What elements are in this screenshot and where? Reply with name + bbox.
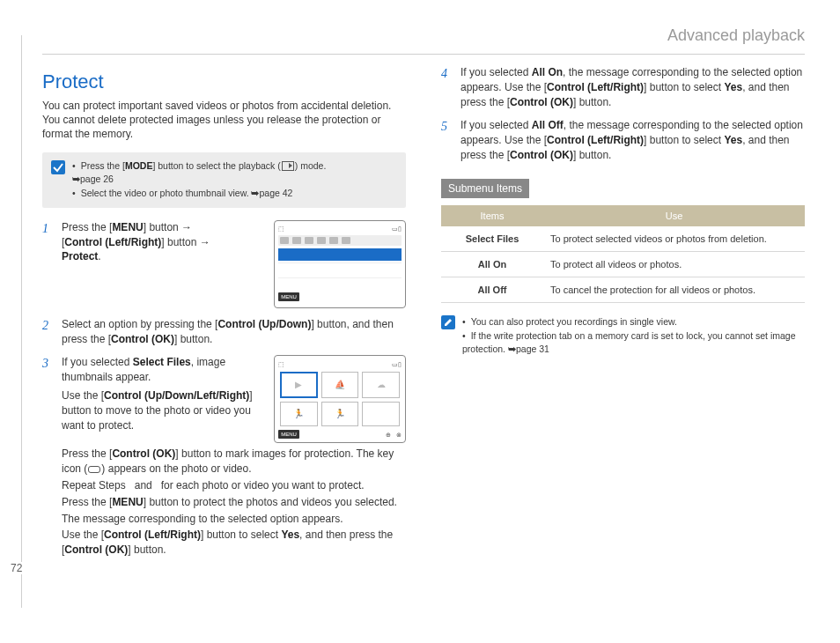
step-text: If you selected All Off, the message cor… bbox=[461, 118, 805, 162]
substep-bold: Control (OK) bbox=[112, 447, 175, 460]
prerequisite-note-box: Press the [MODE] button to select the pl… bbox=[42, 152, 406, 208]
intro-paragraph: You can protect important saved videos o… bbox=[42, 99, 406, 142]
mini-icon bbox=[305, 237, 313, 244]
note-text: button to select the playback bbox=[158, 160, 275, 171]
submenu-heading: Submenu Items bbox=[441, 179, 529, 198]
menu-label: MENU bbox=[278, 292, 299, 301]
arrow-icon: → bbox=[200, 236, 210, 248]
substep-bold: Control (Left/Right) bbox=[104, 528, 201, 541]
key-icon bbox=[88, 466, 100, 473]
step-bold: All Off bbox=[532, 119, 564, 131]
step-text: Press the [MENU] button → [Control (Left… bbox=[62, 220, 265, 264]
substep-bold: MENU bbox=[112, 496, 143, 508]
page-ref: page 26 bbox=[80, 174, 114, 184]
info-item: If the write protection tab on a memory … bbox=[462, 329, 805, 358]
substep-fragment: button to protect the photos and videos … bbox=[149, 496, 397, 508]
page-header-title: Advanced playback bbox=[42, 26, 805, 45]
substep-fragment: Repeat Steps and for each photo or video… bbox=[62, 478, 406, 493]
step-bold: MENU bbox=[112, 221, 143, 233]
arrow-icon: ➥ bbox=[508, 344, 516, 354]
step-number: 5 bbox=[441, 118, 452, 162]
substep-bold: Control (OK) bbox=[64, 543, 128, 556]
table-cell-item: All Off bbox=[441, 277, 543, 302]
device-screenshot-1: ⬚▭▯ MENU bbox=[274, 220, 406, 308]
step-number: 4 bbox=[441, 65, 452, 109]
substep-fragment: Use the bbox=[62, 528, 98, 541]
step-bold: Control (OK) bbox=[510, 149, 573, 161]
page-ref: page 31 bbox=[516, 344, 549, 354]
table-row: All OffTo cancel the protection for all … bbox=[441, 277, 805, 302]
thumbnail: 🏃 bbox=[280, 402, 318, 426]
note-text: mode. bbox=[300, 160, 326, 171]
step-bold: All On bbox=[532, 66, 563, 78]
table-row: Select FilesTo protect selected videos o… bbox=[441, 226, 805, 252]
table-header-use: Use bbox=[543, 205, 805, 226]
step-fragment: Press the bbox=[62, 221, 107, 233]
submenu-table: Items Use Select FilesTo protect selecte… bbox=[441, 205, 805, 303]
svg-rect-0 bbox=[51, 160, 65, 174]
step-5: 5 If you selected All Off, the message c… bbox=[441, 118, 805, 162]
note-bold: MODE bbox=[125, 160, 153, 171]
step-bold: Control (OK) bbox=[510, 96, 573, 108]
info-note-box: You can also protect you recordings in s… bbox=[441, 315, 805, 357]
step-2: 2 Select an option by pressing the [Cont… bbox=[42, 317, 406, 347]
table-cell-use: To protect selected videos or photos fro… bbox=[543, 226, 805, 252]
playback-icon bbox=[282, 161, 294, 171]
sd-icon: ⬚ bbox=[278, 360, 284, 369]
step-fragment: If you selected bbox=[461, 119, 528, 131]
step-fragment: button. bbox=[579, 96, 612, 108]
header-divider bbox=[42, 54, 805, 55]
table-cell-item: Select Files bbox=[441, 226, 543, 252]
note-text: Press the bbox=[81, 160, 120, 171]
page-number: 72 bbox=[7, 562, 26, 574]
substep-fragment: The message corresponding to the selecte… bbox=[62, 512, 406, 527]
substep-bold: Yes bbox=[281, 528, 299, 541]
mini-icon bbox=[317, 237, 326, 244]
step-number: 3 bbox=[42, 355, 53, 559]
step-bold: Protect bbox=[62, 250, 98, 262]
mini-icon bbox=[342, 237, 350, 244]
substep-fragment: button. bbox=[134, 543, 166, 556]
substep-fragment: button to move to the photo or video you… bbox=[62, 404, 251, 432]
check-icon bbox=[51, 160, 65, 174]
step-fragment: button. bbox=[579, 149, 612, 161]
selected-menu-item bbox=[278, 248, 402, 261]
mini-icon bbox=[329, 237, 338, 244]
substep-fragment: Press the bbox=[62, 496, 107, 508]
step-fragment: button to select bbox=[650, 81, 721, 93]
device-screenshot-2: ⬚▭▯ ▶ ⛵ ☁ 🏃 🏃 MENU⊕ ⊗ bbox=[274, 355, 406, 443]
thumbnail bbox=[362, 402, 400, 426]
pencil-icon bbox=[441, 315, 455, 329]
vertical-rule bbox=[21, 35, 22, 608]
step-bold: Control (Left/Right) bbox=[547, 81, 644, 93]
step-fragment: button bbox=[149, 221, 178, 233]
battery-icon: ▭▯ bbox=[392, 225, 402, 233]
right-column: 4 If you selected All On, the message co… bbox=[441, 65, 805, 568]
info-item: You can also protect you recordings in s… bbox=[462, 315, 805, 329]
substep-fragment: Use the bbox=[62, 389, 98, 402]
substep-fragment: appears on the photo or video. bbox=[108, 462, 252, 475]
note-text: Select the video or photo thumbnail view… bbox=[81, 188, 249, 198]
table-header-items: Items bbox=[441, 205, 543, 226]
step-bold: Control (OK) bbox=[111, 333, 174, 345]
battery-icon: ▭▯ bbox=[392, 360, 402, 369]
note-item: Press the [MODE] button to select the pl… bbox=[72, 159, 326, 188]
substep-fragment: button to select bbox=[207, 528, 278, 541]
step-4: 4 If you selected All On, the message co… bbox=[441, 65, 805, 109]
sd-icon: ⬚ bbox=[278, 225, 284, 233]
substep-bold: Control (Up/Down/Left/Right) bbox=[104, 389, 249, 402]
thumbnail: ☁ bbox=[362, 372, 400, 398]
substep-fragment: , and then press the bbox=[299, 528, 393, 541]
mini-icon bbox=[280, 237, 289, 244]
step-number: 2 bbox=[42, 317, 53, 347]
table-cell-item: All On bbox=[441, 251, 543, 277]
thumbnail: 🏃 bbox=[321, 402, 359, 426]
step-fragment: If you selected bbox=[461, 66, 528, 78]
page-ref: page 42 bbox=[259, 188, 292, 198]
table-row: All OnTo protect all videos or photos. bbox=[441, 251, 805, 277]
table-cell-use: To protect all videos or photos. bbox=[543, 251, 805, 277]
step-sub-paragraphs: Press the [Control (OK)] button to mark … bbox=[62, 447, 406, 558]
thumbnail-selected: ▶ bbox=[280, 372, 318, 398]
arrow-icon: ➥ bbox=[72, 174, 80, 184]
mini-icon bbox=[292, 237, 301, 244]
